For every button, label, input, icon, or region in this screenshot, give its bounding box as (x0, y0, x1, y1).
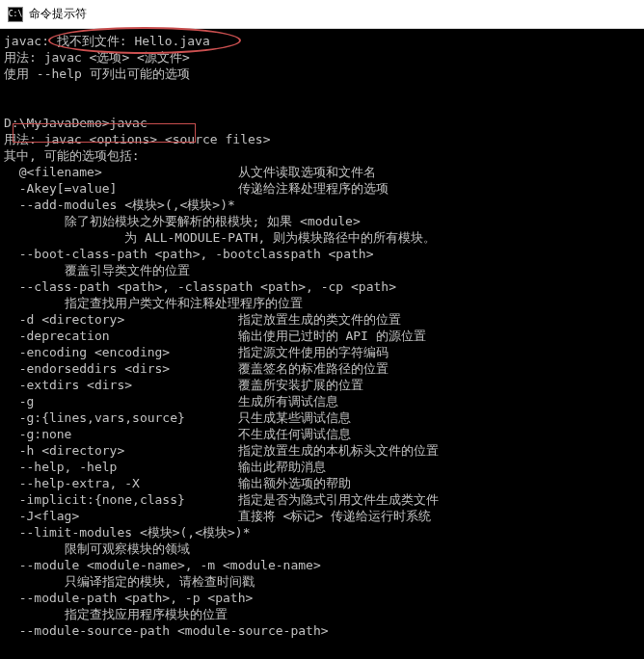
window-title: 命令提示符 (29, 6, 87, 22)
cmd-icon: C:\ (8, 7, 23, 22)
terminal-line: D:\MyJavaDemo>javac (4, 115, 640, 131)
terminal-line (4, 82, 640, 98)
terminal-line: -d <directory> 指定放置生成的类文件的位置 (4, 311, 640, 328)
terminal-line: --limit-modules <模块>(,<模块>)* (4, 524, 640, 540)
terminal-line: -encoding <encoding> 指定源文件使用的字符编码 (4, 344, 640, 360)
terminal-line: -implicit:{none,class} 指定是否为隐式引用文件生成类文件 (4, 491, 640, 508)
terminal-line: 指定查找应用程序模块的位置 (4, 606, 640, 622)
terminal-line: 其中, 可能的选项包括: (4, 147, 640, 164)
terminal-line: 指定查找用户类文件和注释处理程序的位置 (4, 295, 640, 311)
terminal-line: -g:{lines,vars,source} 只生成某些调试信息 (4, 409, 640, 426)
terminal-line: -J<flag> 直接将 <标记> 传递给运行时系统 (4, 508, 640, 524)
terminal-line: --add-modules <模块>(,<模块>)* (4, 197, 640, 213)
terminal-line: 用法: javac <选项> <源文件> (4, 49, 640, 66)
terminal-line: --module-path <path>, -p <path> (4, 590, 640, 606)
terminal-line: -h <directory> 指定放置生成的本机标头文件的位置 (4, 442, 640, 459)
terminal-line: -Akey[=value] 传递给注释处理程序的选项 (4, 180, 640, 197)
terminal-line: -extdirs <dirs> 覆盖所安装扩展的位置 (4, 377, 640, 393)
terminal-line: --boot-class-path <path>, -bootclasspath… (4, 246, 640, 262)
terminal-line: --module <module-name>, -m <module-name> (4, 557, 640, 573)
terminal-line: -g 生成所有调试信息 (4, 393, 640, 409)
terminal-line: 使用 --help 可列出可能的选项 (4, 66, 640, 82)
terminal-line: 覆盖引导类文件的位置 (4, 262, 640, 278)
terminal-line: 限制可观察模块的领域 (4, 540, 640, 557)
terminal-line: -g:none 不生成任何调试信息 (4, 426, 640, 442)
terminal-line: @<filename> 从文件读取选项和文件名 (4, 164, 640, 180)
terminal-line: 为 ALL-MODULE-PATH, 则为模块路径中的所有模块。 (4, 229, 640, 246)
terminal-line: javac: 找不到文件: Hello.java (4, 33, 640, 49)
terminal-line: --help-extra, -X 输出额外选项的帮助 (4, 475, 640, 491)
terminal-line: --module-source-path <module-source-path… (4, 622, 640, 639)
terminal-line: -endorseddirs <dirs> 覆盖签名的标准路径的位置 (4, 360, 640, 377)
terminal-line: --class-path <path>, -classpath <path>, … (4, 278, 640, 295)
terminal-line: --help, -help 输出此帮助消息 (4, 459, 640, 475)
terminal-line: 只编译指定的模块, 请检查时间戳 (4, 573, 640, 590)
cmd-icon-text: C:\ (9, 10, 22, 18)
terminal-line: 除了初始模块之外要解析的根模块; 如果 <module> (4, 213, 640, 229)
terminal-line: 用法: javac <options> <source files> (4, 131, 640, 147)
terminal-line: -deprecation 输出使用已过时的 API 的源位置 (4, 328, 640, 344)
terminal-output[interactable]: javac: 找不到文件: Hello.java用法: javac <选项> <… (0, 29, 644, 659)
terminal-line (4, 98, 640, 115)
titlebar: C:\ 命令提示符 (0, 0, 644, 29)
